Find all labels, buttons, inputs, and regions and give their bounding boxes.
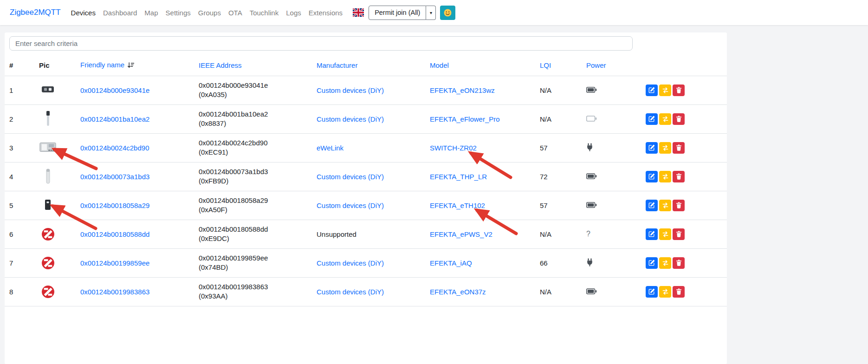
reconfigure-arrows-button[interactable]	[659, 113, 671, 125]
friendly-name-link[interactable]: 0x00124b00199859ee	[80, 259, 149, 267]
trash-button[interactable]	[673, 257, 685, 269]
friendly-name-link[interactable]: 0x00124b00180588dd	[80, 230, 149, 238]
row-number: 6	[5, 220, 34, 248]
manufacturer-link[interactable]: Custom devices (DiY)	[317, 259, 384, 267]
ieee-address: 0x00124b00073a1bd3	[199, 167, 307, 176]
lqi-value: 66	[535, 248, 582, 277]
pencil-square-button[interactable]	[646, 84, 658, 96]
reconfigure-arrows-button[interactable]	[659, 257, 671, 269]
friendly-name-link[interactable]: 0x00124b0024c2bd90	[80, 144, 149, 152]
trash-button[interactable]	[673, 142, 685, 154]
nav-item-groups[interactable]: Groups	[194, 9, 225, 17]
col-header-lqi[interactable]: LQI	[535, 55, 582, 76]
nav-item-map[interactable]: Map	[141, 9, 162, 17]
theme-toggle-button[interactable]	[440, 6, 455, 20]
trash-button[interactable]	[673, 171, 685, 182]
manufacturer-link[interactable]: Custom devices (DiY)	[317, 173, 384, 181]
nav-item-devices[interactable]: Devices	[67, 9, 99, 17]
friendly-name-link[interactable]: 0x00124b001ba10ea2	[80, 115, 149, 123]
model-link[interactable]: EFEKTA_eFlower_Pro	[430, 115, 500, 123]
manufacturer-link[interactable]: eWeLink	[317, 144, 343, 152]
device-row: 6 0x00124b00180588dd 0x00124b00180588dd …	[5, 220, 727, 248]
row-number: 2	[5, 104, 34, 133]
trash-button[interactable]	[673, 286, 685, 298]
trash-button[interactable]	[673, 84, 685, 96]
ieee-address: 0x00124b001ba10ea2	[199, 110, 307, 119]
trash-button[interactable]	[673, 200, 685, 211]
smiley-icon	[444, 9, 452, 17]
model-link[interactable]: EFEKTA_eTH102	[430, 202, 485, 209]
search-input[interactable]	[9, 36, 633, 51]
top-navbar: Zigbee2MQTT DevicesDashboardMapSettingsG…	[0, 0, 868, 25]
reconfigure-arrows-button[interactable]	[659, 200, 671, 211]
friendly-name-link[interactable]: 0x00124b000e93041e	[80, 86, 149, 94]
network-address: (0xFB9D)	[199, 176, 307, 186]
reconfigure-arrows-button[interactable]	[659, 142, 671, 154]
model-link[interactable]: EFEKTA_iAQ	[430, 259, 472, 267]
reconfigure-arrows-button[interactable]	[659, 286, 671, 298]
permit-join-group: Permit join (All) ▾	[369, 6, 436, 20]
nav-item-ota[interactable]: OTA	[225, 9, 246, 17]
reconfigure-arrows-button[interactable]	[659, 228, 671, 240]
permit-join-caret-button[interactable]: ▾	[426, 6, 436, 20]
device-row: 2 0x00124b001ba10ea2 0x00124b001ba10ea2 …	[5, 104, 727, 133]
device-row: 1 0x00124b000e93041e 0x00124b000e93041e …	[5, 76, 727, 104]
friendly-name-link[interactable]: 0x00124b0019983863	[80, 288, 149, 296]
col-header-actions	[641, 55, 727, 76]
manufacturer-link[interactable]: Custom devices (DiY)	[317, 202, 384, 209]
friendly-name-link[interactable]: 0x00124b0018058a29	[80, 202, 149, 209]
col-header-power[interactable]: Power	[582, 55, 641, 76]
pencil-square-button[interactable]	[646, 171, 658, 182]
pencil-square-button[interactable]	[646, 228, 658, 240]
pencil-square-button[interactable]	[646, 286, 658, 298]
plug-icon	[586, 258, 593, 266]
col-header-friendly-name[interactable]: Friendly name	[76, 55, 194, 76]
pencil-square-button[interactable]	[646, 113, 658, 125]
manufacturer-link[interactable]: Custom devices (DiY)	[317, 86, 384, 94]
nav-item-touchlink[interactable]: Touchlink	[246, 9, 283, 17]
lqi-value: N/A	[535, 220, 582, 248]
network-address: (0xE9DC)	[199, 234, 307, 243]
battery-full-icon	[586, 87, 597, 93]
manufacturer-link[interactable]: Custom devices (DiY)	[317, 288, 384, 296]
pencil-square-button[interactable]	[646, 142, 658, 154]
reconfigure-arrows-button[interactable]	[659, 84, 671, 96]
manufacturer-link[interactable]: Custom devices (DiY)	[317, 115, 384, 123]
row-number: 8	[5, 277, 34, 306]
nav-item-dashboard[interactable]: Dashboard	[99, 9, 141, 17]
model-link[interactable]: EFEKTA_ePWS_V2	[430, 230, 492, 238]
nav-item-extensions[interactable]: Extensions	[305, 9, 346, 17]
nav-item-settings[interactable]: Settings	[162, 9, 194, 17]
friendly-name-link[interactable]: 0x00124b00073a1bd3	[80, 173, 149, 181]
device-row: 5 0x00124b0018058a29 0x00124b0018058a29 …	[5, 191, 727, 220]
brand-link[interactable]: Zigbee2MQTT	[10, 8, 61, 17]
sort-icon	[127, 62, 134, 70]
row-actions	[641, 220, 727, 248]
pencil-square-button[interactable]	[646, 257, 658, 269]
trash-button[interactable]	[673, 113, 685, 125]
trash-button[interactable]	[673, 228, 685, 240]
network-address: (0x74BD)	[199, 263, 307, 272]
row-number: 1	[5, 76, 34, 104]
ieee-address: 0x00124b00180588dd	[199, 225, 307, 234]
search-bar	[5, 32, 727, 51]
lqi-value: 57	[535, 191, 582, 220]
col-header-manufacturer[interactable]: Manufacturer	[312, 55, 425, 76]
uk-flag-icon[interactable]	[353, 8, 364, 17]
reconfigure-arrows-button[interactable]	[659, 171, 671, 182]
model-link[interactable]: EFEKTA_eON213wz	[430, 86, 495, 94]
battery-full-icon	[586, 202, 597, 208]
pencil-square-button[interactable]	[646, 200, 658, 211]
model-link[interactable]: EFEKTA_THP_LR	[430, 173, 487, 181]
col-header-pic: Pic	[34, 55, 76, 76]
plug-icon	[586, 143, 593, 151]
model-link[interactable]: EFEKTA_eON37z	[430, 288, 486, 296]
col-header-ieee-address[interactable]: IEEE Address	[194, 55, 312, 76]
nav-item-logs[interactable]: Logs	[282, 9, 305, 17]
z2m-unsupported-logo	[39, 254, 57, 272]
col-header-model[interactable]: Model	[425, 55, 535, 76]
permit-join-button[interactable]: Permit join (All)	[369, 6, 426, 20]
model-link[interactable]: SWITCH-ZR02	[430, 144, 477, 152]
ieee-address: 0x00124b0019983863	[199, 282, 307, 292]
row-actions	[641, 133, 727, 162]
